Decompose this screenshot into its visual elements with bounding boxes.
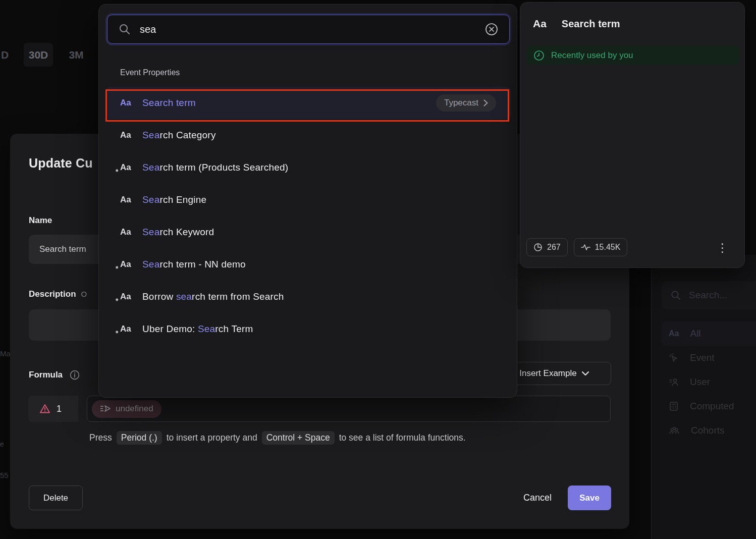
text-property-icon: Aa: [120, 227, 142, 237]
sidebar-item-label: Computed: [690, 401, 734, 412]
time-range-3m[interactable]: 3M: [62, 43, 91, 67]
property-item-search-category[interactable]: Aa Search Category: [106, 119, 511, 151]
insert-example-label: Insert Example: [519, 368, 576, 379]
chevron-right-icon: [483, 99, 488, 106]
sidebar-item-label: All: [690, 328, 700, 339]
distinct-count-value: 267: [547, 243, 561, 252]
kbd-period: Period (.): [117, 431, 162, 445]
kbd-control-space: Control + Space: [262, 431, 335, 445]
property-item-search-engine[interactable]: Aa Search Engine: [106, 184, 511, 216]
time-range-30d[interactable]: 30D: [24, 43, 53, 67]
property-item-search-term-products-searched[interactable]: Aa* Search term (Products Searched): [106, 151, 511, 184]
name-label: Name: [29, 215, 52, 226]
sidebar-item-label: Cohorts: [691, 425, 725, 436]
help-post: to see a list of formula functions.: [339, 433, 466, 443]
pulse-icon: [581, 243, 590, 251]
help-mid: to insert a property and: [167, 433, 257, 443]
section-label-event-properties: Event Properties: [120, 68, 180, 77]
custom-star-icon: *: [116, 168, 118, 176]
property-search-input[interactable]: [139, 23, 477, 36]
pie-chart-icon: [533, 243, 543, 252]
cancel-button[interactable]: Cancel: [523, 493, 552, 503]
search-icon: [671, 290, 681, 300]
custom-text-property-icon: Aa*: [120, 259, 142, 270]
event-volume-pill[interactable]: 15.45K: [574, 238, 628, 256]
error-count: 1: [57, 404, 62, 414]
info-icon[interactable]: [70, 370, 80, 380]
chart-label-fragment: e: [0, 440, 4, 448]
text-property-icon: Aa: [120, 130, 142, 140]
custom-text-property-icon: Aa*: [120, 324, 142, 334]
recently-used-badge: Recently used by you: [526, 46, 739, 65]
formula-error-gutter: 1: [28, 396, 78, 422]
sidebar-item-cohorts[interactable]: Cohorts: [662, 418, 756, 443]
clock-icon: [533, 50, 545, 61]
event-volume-value: 15.45K: [595, 243, 621, 252]
chevron-down-icon: [582, 371, 589, 376]
recently-used-label: Recently used by you: [551, 50, 633, 61]
modal-title: Update Cu: [29, 156, 93, 171]
sidebar-item-computed[interactable]: Computed: [662, 394, 756, 418]
undefined-chip[interactable]: undefined: [92, 400, 161, 418]
delete-button[interactable]: Delete: [29, 486, 83, 510]
typecast-label: Typecast: [444, 98, 478, 108]
details-title: Search term: [562, 18, 620, 30]
sidebar-search-input[interactable]: [688, 289, 748, 301]
time-range-7d-fragment[interactable]: D: [1, 49, 9, 61]
sidebar-item-event[interactable]: Event: [662, 346, 756, 370]
property-stats: 267 15.45K: [526, 238, 627, 256]
property-item-uber-demo-search-term[interactable]: Aa* Uber Demo: Search Term: [106, 313, 511, 345]
chart-axis-value-fragment: 55: [0, 471, 9, 479]
custom-text-property-icon: Aa*: [120, 163, 142, 173]
property-search-dropdown: Event Properties Aa Search term Typecast…: [98, 4, 517, 398]
search-icon: [119, 23, 131, 35]
property-details-panel: Aa Search term Recently used by you 267 …: [520, 2, 745, 268]
property-item-borrow-search-term[interactable]: Aa* Borrow search term from Search: [106, 281, 511, 313]
custom-star-icon: *: [116, 297, 118, 305]
user-icon: [669, 377, 679, 387]
sidebar-item-all[interactable]: Aa All: [662, 321, 756, 346]
sidebar-item-user[interactable]: User: [662, 370, 756, 394]
clear-search-icon[interactable]: [485, 23, 498, 36]
custom-property-icon: [100, 405, 111, 413]
formula-label: Formula: [29, 370, 63, 380]
custom-star-icon: *: [116, 329, 118, 337]
cohorts-icon: [669, 425, 680, 436]
sidebar-item-label: Event: [690, 352, 715, 363]
help-pre: Press: [89, 433, 112, 443]
text-property-icon: Aa: [120, 195, 142, 205]
text-property-icon: Aa: [120, 98, 142, 108]
event-cursor-icon: [669, 353, 679, 363]
save-button[interactable]: Save: [568, 486, 611, 510]
typecast-button[interactable]: Typecast: [436, 94, 496, 112]
property-results-list: Aa Search term Typecast Aa Search Catego…: [106, 87, 511, 345]
custom-text-property-icon: Aa*: [120, 292, 142, 302]
property-type-sidebar: Aa All Event User: [651, 255, 756, 539]
property-item-search-term[interactable]: Aa Search term Typecast: [106, 87, 511, 119]
sidebar-filter-list: Aa All Event User: [662, 321, 756, 443]
more-options-icon[interactable]: ⋮: [717, 241, 728, 254]
text-type-icon: Aa: [533, 18, 547, 30]
distinct-count-pill[interactable]: 267: [526, 238, 568, 256]
property-item-search-term-nn-demo[interactable]: Aa* Search term - NN demo: [106, 248, 511, 281]
formula-help-text: Press Period (.) to insert a property an…: [89, 431, 466, 445]
description-label: Description: [29, 289, 76, 299]
custom-star-icon: *: [116, 264, 118, 273]
calculator-icon: [669, 401, 679, 411]
text-type-icon: Aa: [669, 329, 679, 338]
warning-icon: [39, 404, 50, 414]
formula-input[interactable]: undefined: [87, 396, 611, 422]
sidebar-search[interactable]: [662, 281, 756, 309]
undefined-chip-label: undefined: [116, 404, 153, 414]
property-search-box[interactable]: [107, 15, 510, 44]
sidebar-item-label: User: [690, 376, 710, 388]
description-optional-fragment: O: [81, 290, 87, 298]
property-item-search-keyword[interactable]: Aa Search Keyword: [106, 216, 511, 248]
